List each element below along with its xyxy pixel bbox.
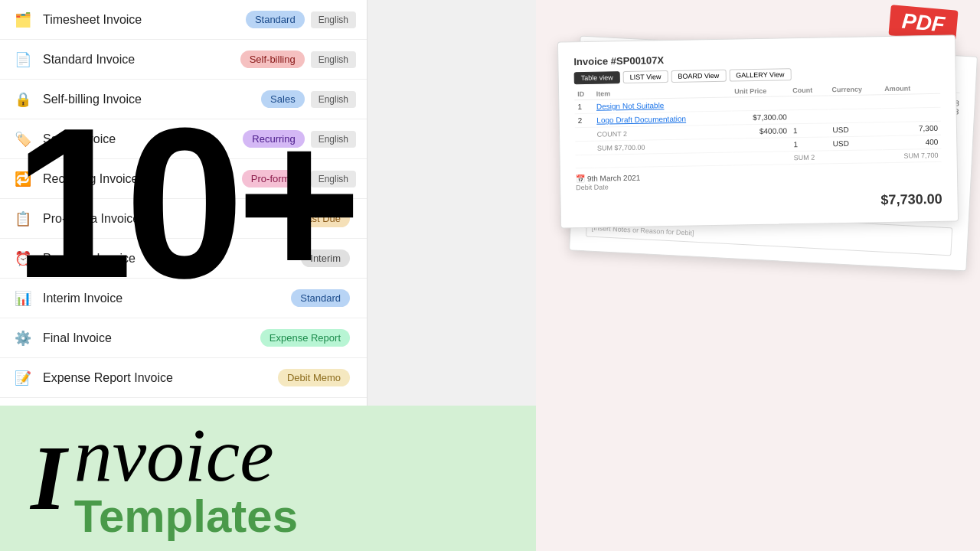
row2-id: 2	[575, 113, 594, 127]
row2-sub: $400.00	[732, 124, 790, 139]
list-item[interactable]: 🔁 Recurring Invoice Pro-forma English	[0, 159, 367, 199]
tab-gallery-view[interactable]: GALLERY View	[729, 68, 791, 81]
tab-board-view[interactable]: BOARD View	[671, 70, 726, 83]
currency2: USD	[830, 136, 883, 151]
sum-total: SUM 7,700	[883, 148, 942, 162]
row2-price: $7,300.00	[732, 110, 790, 125]
total-amount: $7,730.00	[576, 191, 942, 214]
invoice-name: Sales Invoice	[43, 132, 243, 146]
recurring-icon: 🔁	[11, 167, 35, 191]
timesheet-icon: 🗂️	[11, 8, 35, 32]
col-amount: Amount	[881, 83, 940, 95]
pdf-preview-panel: PDF Commercial Invoice for ParisianXYZ A…	[536, 0, 980, 551]
interim-icon: 📊	[11, 286, 35, 311]
lang-badge: English	[311, 91, 356, 108]
invoice-name: Self-billing Invoice	[43, 93, 261, 106]
badge: Expense Report	[260, 329, 350, 347]
col-unit-price: Unit Price	[731, 85, 789, 97]
lang-badge: English	[311, 171, 356, 187]
lang-badge: English	[311, 131, 356, 148]
badge: Past Due	[291, 210, 350, 227]
row1-id: 1	[574, 99, 593, 113]
table-invoice-num: Invoice #SP00107X	[573, 50, 939, 67]
invoice-letter: I	[31, 432, 67, 524]
invoice-name: Standard Invoice	[43, 53, 240, 67]
list-item[interactable]: 📊 Interim Invoice Standard	[0, 279, 367, 318]
footer-date: 📅 9th March 2021 Debit Date	[576, 168, 942, 191]
badge: Recurring	[243, 130, 304, 148]
pastdue-icon: ⏰	[11, 246, 35, 271]
tab-table-view[interactable]: Table view	[574, 71, 620, 84]
sales-icon: 🏷️	[11, 127, 35, 152]
invoice-name: Past Due Invoice	[43, 252, 301, 266]
invoice-doc-front: Invoice #SP00107X Table view LIST View B…	[557, 34, 959, 228]
invoice-text-block: nvoice Templates	[74, 417, 298, 540]
invoice-name: Final Invoice	[43, 331, 260, 345]
standard-icon: 📄	[11, 47, 35, 72]
invoice-name: Expense Report Invoice	[43, 371, 278, 385]
amount1: 7,300	[882, 121, 941, 135]
list-item[interactable]: ⏰ Past Due Invoice Interim	[0, 239, 367, 279]
list-item[interactable]: 🗂️ Timesheet Invoice Standard English	[0, 0, 367, 40]
invoice-word: nvoice	[74, 417, 298, 494]
lang-badge: English	[311, 51, 356, 68]
self-billing-icon: 🔒	[11, 87, 35, 112]
row2-item[interactable]: Logo Draft Documentation	[596, 115, 686, 125]
amount2: 400	[882, 135, 941, 149]
col-count: Count	[789, 84, 829, 96]
count1: 1	[790, 123, 830, 138]
lang-badge: English	[311, 11, 356, 28]
list-item[interactable]: 🔒 Self-billing Invoice Sales English	[0, 80, 367, 119]
badge: Interim	[301, 249, 350, 267]
table-tabs: Table view LIST View BOARD View GALLERY …	[574, 66, 940, 84]
badge: Debit Memo	[278, 369, 350, 386]
invoice-list-panel: 🗂️ Timesheet Invoice Standard English 📄 …	[0, 0, 368, 406]
sum-count: SUM 2	[791, 151, 831, 165]
badge: Pro-forma	[242, 170, 305, 187]
invoice-name: Interim Invoice	[43, 292, 291, 305]
badge: Self-billing	[240, 51, 305, 68]
list-item[interactable]: 📋 Pro-forma Invoice Past Due	[0, 199, 367, 239]
invoice-name: Timesheet Invoice	[43, 13, 246, 27]
list-item[interactable]: 🏷️ Sales Invoice Recurring English	[0, 119, 367, 159]
list-item[interactable]: 📝 Expense Report Invoice Debit Memo	[0, 358, 367, 398]
proforma-icon: 📋	[11, 207, 35, 231]
col-currency: Currency	[828, 83, 881, 96]
list-item[interactable]: 📄 Standard Invoice Self-billing English	[0, 40, 367, 80]
badge: Sales	[261, 90, 305, 108]
invoice-name: Pro-forma Invoice	[43, 212, 291, 226]
badge: Standard	[291, 289, 350, 307]
tab-list-view[interactable]: LIST View	[623, 70, 668, 83]
col-id: ID	[574, 89, 593, 100]
list-item[interactable]: 💳 Debit Memo Credit Memo	[0, 398, 367, 406]
currency1: USD	[829, 122, 882, 137]
row1-item[interactable]: Design Not Suitable	[596, 101, 665, 111]
templates-word: Templates	[74, 494, 298, 540]
list-item[interactable]: ⚙️ Final Invoice Expense Report	[0, 318, 367, 358]
badge: Standard	[246, 11, 305, 28]
final-icon: ⚙️	[11, 326, 35, 350]
invoice-name: Recurring Invoice	[43, 172, 242, 186]
invoice-table: ID Item Unit Price Count Currency Amount…	[574, 83, 942, 168]
count2: 1	[790, 137, 830, 152]
bottom-banner: I nvoice Templates	[0, 406, 559, 551]
expense-icon: 📝	[11, 366, 35, 390]
